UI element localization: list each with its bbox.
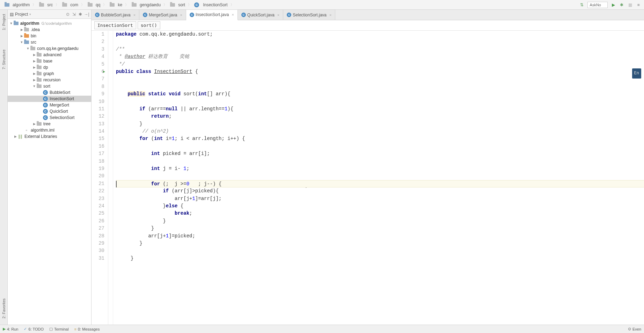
crumb-algorithm[interactable]: algorithm: [3, 2, 31, 8]
close-icon[interactable]: ×: [180, 13, 182, 17]
tree-item-dp[interactable]: ▶dp: [8, 64, 91, 71]
crumb-com[interactable]: com: [60, 2, 80, 8]
tree-root[interactable]: ▼ algorithm G:\code\algorithm: [8, 20, 91, 27]
code-line[interactable]: [116, 172, 644, 180]
code-line[interactable]: for (int i=1; i < arr.length; i++) {: [116, 135, 644, 142]
tree-item-com-qq-ke-gengdaedu[interactable]: ▼com.qq.ke.gengdaedu: [8, 45, 91, 52]
crumb-InsectionSort[interactable]: C InsectionSort: [193, 2, 229, 8]
tree-item-external-libraries[interactable]: ▶∥∥External Libraries: [8, 133, 91, 140]
code-line[interactable]: if (arr[j]>picked){: [116, 187, 644, 195]
code-line[interactable]: int picked = arr[i];: [116, 150, 644, 157]
code-line[interactable]: for (; j >=0 ; j--) {: [116, 180, 644, 187]
tab-mergesort[interactable]: CMergeSort.java×: [139, 10, 186, 20]
tree-item-base[interactable]: ▶base: [8, 58, 91, 64]
debug-icon[interactable]: ✱: [619, 2, 624, 8]
left-gutter: 1: Project 7: Structure 2: Favorites: [0, 10, 8, 325]
stop-icon[interactable]: ■: [636, 2, 641, 8]
code-line[interactable]: * @author 耕达教育 奕铭: [116, 53, 644, 60]
context-class[interactable]: InsectionSort: [94, 21, 136, 29]
code-area[interactable]: 123456▶789101112131415161718192021222324…: [92, 31, 644, 325]
coverage-icon[interactable]: ▦: [627, 2, 633, 8]
tree-root-hint: G:\code\algorithm: [42, 21, 72, 25]
code-line[interactable]: /**: [116, 46, 644, 53]
code-line[interactable]: public static void sort(int[] arr){: [116, 90, 644, 98]
code-line[interactable]: return;: [116, 113, 644, 120]
tree-item--idea[interactable]: ▶.idea: [8, 27, 91, 33]
tree-item-selectionsort[interactable]: CSelectionSort: [8, 114, 91, 121]
code-line[interactable]: }: [116, 240, 644, 247]
gutter-line: 14: [92, 128, 104, 135]
code-line[interactable]: // o(n^2): [116, 128, 644, 135]
code-line[interactable]: [116, 247, 644, 254]
tree-item-sort[interactable]: ▼sort: [8, 83, 91, 89]
code-line[interactable]: public class InsectionSort {: [116, 68, 644, 75]
gutter-line: 7: [92, 75, 104, 83]
vtab-favorites[interactable]: 2: Favorites: [1, 296, 7, 321]
code-line[interactable]: if (arr==null || arr.length==1){: [116, 105, 644, 113]
tree-item-advanced[interactable]: ▶advanced: [8, 52, 91, 58]
caret-icon: [116, 181, 117, 187]
settings-icon[interactable]: ✱: [78, 12, 83, 17]
crumb-gengdaedu[interactable]: gengdaedu: [130, 2, 162, 8]
close-icon[interactable]: ×: [329, 13, 331, 17]
code-line[interactable]: }: [116, 225, 644, 232]
code-line[interactable]: int j = i- 1;: [116, 165, 644, 172]
code-line[interactable]: }: [116, 120, 644, 128]
context-method[interactable]: sort(): [138, 21, 160, 29]
code-lines[interactable]: package com.qq.ke.gengdaedu.sort; /** * …: [113, 31, 644, 325]
close-icon[interactable]: ×: [232, 13, 234, 17]
hide-icon[interactable]: →|: [84, 12, 89, 17]
tree-item-bin[interactable]: ▶bin: [8, 33, 91, 39]
tree-item-insectionsort[interactable]: CInsectionSort: [8, 96, 91, 102]
vtab-structure[interactable]: 7: Structure: [1, 47, 7, 72]
code-line[interactable]: }else {: [116, 202, 644, 210]
gutter-line: 4: [92, 53, 104, 60]
code-line[interactable]: package com.qq.ke.gengdaedu.sort;: [116, 31, 644, 38]
tree-item-mergesort[interactable]: CMergeSort: [8, 102, 91, 108]
code-line[interactable]: [116, 98, 644, 105]
code-line[interactable]: [116, 75, 644, 83]
tab-quicksort[interactable]: CQuickSort.java×: [238, 10, 283, 20]
tree-item-algorithm-iml[interactable]: ▫algorithm.iml: [8, 127, 91, 133]
lang-indicator[interactable]: En: [632, 68, 641, 79]
tree-item-src[interactable]: ▼src: [8, 39, 91, 45]
code-line[interactable]: [116, 38, 644, 45]
bottom-todo[interactable]: ✓6: TODO: [24, 327, 44, 331]
code-line[interactable]: arr[j+1]=picked;: [116, 232, 644, 240]
vtab-project[interactable]: 1: Project: [1, 11, 7, 33]
run-icon[interactable]: ▶: [610, 2, 616, 8]
code-line[interactable]: break;: [116, 210, 644, 217]
code-line[interactable]: [116, 83, 644, 90]
crumb-src[interactable]: src: [37, 2, 54, 8]
crumb-sort[interactable]: sort: [168, 2, 186, 8]
crumb-ke[interactable]: ke: [108, 2, 124, 8]
bottom-terminal[interactable]: ▢Terminal: [49, 327, 69, 331]
tree-item-quicksort[interactable]: CQuickSort: [8, 108, 91, 114]
close-icon[interactable]: ×: [133, 13, 136, 17]
close-icon[interactable]: ×: [277, 13, 279, 17]
code-line[interactable]: arr[j+1]=arr[j];: [116, 195, 644, 202]
tree-item-graph[interactable]: ▶graph: [8, 71, 91, 77]
crumb-qq[interactable]: qq: [86, 2, 102, 8]
chevron-right-icon: 〉: [163, 2, 167, 7]
expand-icon[interactable]: ⇲: [72, 12, 76, 17]
code-line[interactable]: }: [116, 217, 644, 225]
bottom-events[interactable]: ⊙Even: [628, 327, 641, 331]
askno-selector[interactable]: AskNo: [587, 2, 608, 8]
tab-selectionsort[interactable]: CSelectionSort.java×: [283, 10, 335, 20]
code-line[interactable]: */: [116, 61, 644, 68]
tree-item-tree[interactable]: ▶tree: [8, 121, 91, 127]
tab-bubblesort[interactable]: CBubbleSort.java×: [92, 10, 139, 20]
code-line[interactable]: [116, 158, 644, 165]
tree-item-recursion[interactable]: ▶recursion: [8, 77, 91, 83]
panel-title-text: Project: [15, 12, 28, 17]
code-line[interactable]: }: [116, 255, 644, 262]
code-line[interactable]: [116, 143, 644, 150]
collapse-icon[interactable]: ⊙: [65, 12, 70, 17]
run-marker-icon[interactable]: ▶: [103, 68, 105, 75]
tab-insectionsort[interactable]: CInsectionSort.java×: [186, 10, 238, 20]
bottom-run[interactable]: ▶4: Run: [3, 327, 18, 331]
tree-item-bubblesort[interactable]: CBubbleSort: [8, 89, 91, 96]
bottom-messages[interactable]: ≡0: Messages: [74, 327, 100, 331]
sync-icon[interactable]: ⇅: [579, 2, 585, 8]
